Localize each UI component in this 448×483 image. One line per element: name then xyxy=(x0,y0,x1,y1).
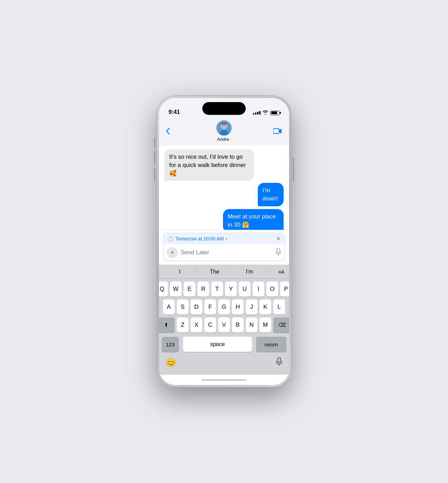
home-bar xyxy=(202,379,246,381)
keyboard-suggestions: I The I'm ≡A xyxy=(159,265,289,279)
wifi-icon xyxy=(263,110,268,116)
key-k[interactable]: K xyxy=(259,299,271,315)
keyboard-keys: Q W E R T Y U I O P A S D F G xyxy=(159,279,289,355)
key-t[interactable]: T xyxy=(211,282,223,297)
bubble-sent-meetup: Meet at your place in 30 🤗 xyxy=(223,209,284,230)
svg-point-6 xyxy=(223,122,225,124)
bubble-received-1: It's so nice out, I'd love to go for a q… xyxy=(164,149,254,181)
suggestion-the[interactable]: The xyxy=(197,267,232,276)
key-g[interactable]: G xyxy=(218,299,230,315)
message-text-input[interactable] xyxy=(181,249,273,256)
emoji-button[interactable]: 😊 xyxy=(166,358,176,367)
key-l[interactable]: L xyxy=(273,299,285,315)
key-y[interactable]: Y xyxy=(225,282,237,297)
svg-point-8 xyxy=(225,126,226,127)
input-area: 🕐 Tomorrow at 10:00 AM › ✕ + xyxy=(159,230,289,265)
send-later-banner[interactable]: 🕐 Tomorrow at 10:00 AM › ✕ xyxy=(163,233,285,244)
phone-frame: 9:41 xyxy=(157,96,291,387)
key-p[interactable]: P xyxy=(280,282,289,297)
banner-chevron: › xyxy=(226,236,227,241)
back-button[interactable] xyxy=(166,128,181,135)
message-text-meetup: Meet at your place in 30 🤗 xyxy=(228,213,276,228)
attachments-button[interactable]: + xyxy=(167,247,178,258)
mute-switch xyxy=(154,137,155,148)
volume-up-button xyxy=(154,151,155,164)
status-icons xyxy=(253,110,279,116)
suggestion-im[interactable]: I'm xyxy=(232,267,267,276)
key-row-3: ⬆ Z X C V B N M ⌫ xyxy=(160,317,288,333)
key-j[interactable]: J xyxy=(246,299,257,315)
message-text-1: It's so nice out, I'd love to go for a q… xyxy=(169,154,246,177)
message-text-imdown: I'm down! xyxy=(263,187,278,202)
svg-rect-10 xyxy=(277,248,280,253)
home-indicator xyxy=(159,375,289,385)
close-banner-button[interactable]: ✕ xyxy=(276,236,281,241)
svg-point-7 xyxy=(222,126,223,127)
voice-input-button[interactable] xyxy=(276,248,281,257)
key-s[interactable]: S xyxy=(177,299,189,315)
shift-key[interactable]: ⬆ xyxy=(159,317,175,333)
return-key[interactable]: return xyxy=(256,337,286,352)
key-c[interactable]: C xyxy=(204,317,216,333)
key-m[interactable]: M xyxy=(259,317,271,333)
key-u[interactable]: U xyxy=(239,282,251,297)
svg-rect-9 xyxy=(273,129,279,134)
key-row-1: Q W E R T Y U I O P xyxy=(160,282,288,297)
nav-bar: Andre › xyxy=(159,118,289,145)
clock-icon: 🕐 xyxy=(167,236,173,241)
key-o[interactable]: O xyxy=(266,282,278,297)
delete-key[interactable]: ⌫ xyxy=(273,317,289,333)
suggestion-format[interactable]: ≡A xyxy=(267,267,286,276)
svg-rect-12 xyxy=(278,357,281,362)
keyboard-accessories: 😊 xyxy=(159,355,289,375)
key-h[interactable]: H xyxy=(232,299,244,315)
key-r[interactable]: R xyxy=(197,282,209,297)
key-z[interactable]: Z xyxy=(177,317,189,333)
key-d[interactable]: D xyxy=(191,299,202,315)
key-n[interactable]: N xyxy=(246,317,257,333)
dynamic-island xyxy=(202,102,246,115)
key-row-bottom: 123 space return xyxy=(160,335,288,354)
volume-down-button xyxy=(154,168,155,181)
status-time: 9:41 xyxy=(169,109,180,116)
key-b[interactable]: B xyxy=(232,317,244,333)
key-w[interactable]: W xyxy=(170,282,182,297)
avatar xyxy=(216,120,232,136)
key-row-2: A S D F G H J K L xyxy=(160,299,288,315)
banner-time-text: Tomorrow at 10:00 AM xyxy=(175,236,224,241)
contact-chevron: › xyxy=(230,137,231,141)
suggestion-i[interactable]: I xyxy=(162,267,197,276)
keyboard: I The I'm ≡A Q W E R xyxy=(159,265,289,375)
bubble-sent-imdown: I'm down! xyxy=(258,183,284,206)
contact-name-label: Andre › xyxy=(217,137,231,142)
key-v[interactable]: V xyxy=(218,317,230,333)
phone-screen: 9:41 xyxy=(159,98,289,385)
message-input-row: + xyxy=(163,244,285,261)
key-e[interactable]: E xyxy=(184,282,195,297)
space-key[interactable]: space xyxy=(183,337,252,352)
contact-info[interactable]: Andre › xyxy=(216,120,232,142)
power-button xyxy=(293,158,294,182)
video-call-button[interactable] xyxy=(267,128,282,135)
numbers-key[interactable]: 123 xyxy=(162,337,179,352)
battery-icon xyxy=(270,111,279,115)
signal-icon xyxy=(253,111,261,115)
key-i[interactable]: I xyxy=(253,282,264,297)
messages-area: It's so nice out, I'd love to go for a q… xyxy=(159,145,289,230)
message-received-1: It's so nice out, I'd love to go for a q… xyxy=(164,149,254,181)
key-x[interactable]: X xyxy=(191,317,202,333)
keyboard-mic-button[interactable] xyxy=(276,357,282,368)
sent-messages-group: I'm down! Meet at your place in 30 🤗 Del… xyxy=(164,183,284,230)
key-f[interactable]: F xyxy=(204,299,216,315)
key-q[interactable]: Q xyxy=(159,282,168,297)
key-a[interactable]: A xyxy=(163,299,175,315)
